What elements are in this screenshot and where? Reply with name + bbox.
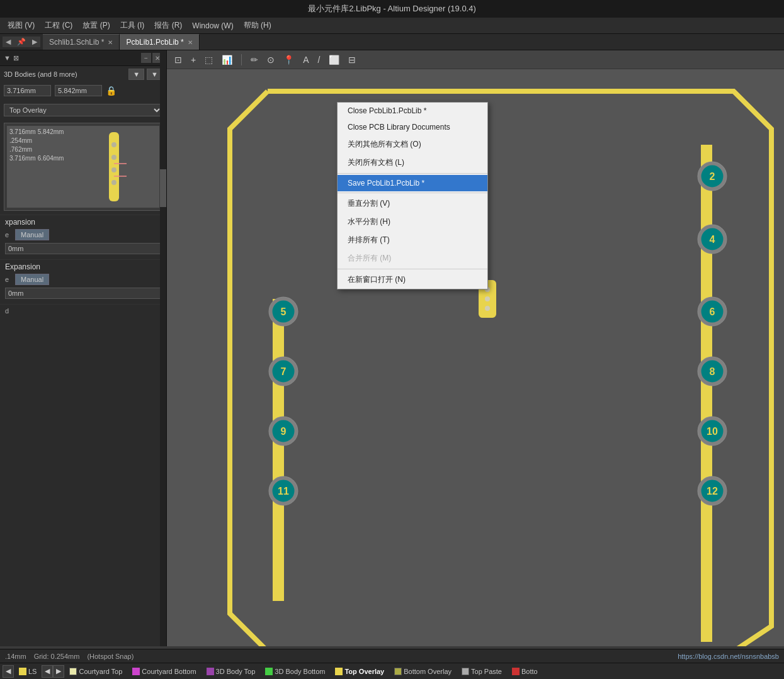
layer-tab-botto[interactable]: Botto bbox=[507, 666, 543, 676]
ctx-close-pcblib[interactable]: Close PcbLib1.PcbLib * bbox=[338, 103, 487, 119]
panel-title-label: ▼ bbox=[4, 54, 11, 62]
exp-label-1: e bbox=[5, 231, 11, 238]
tab-pcblib-close[interactable]: ✕ bbox=[188, 39, 193, 46]
ctx-split-horizontal[interactable]: 水平分割 (H) bbox=[338, 213, 487, 231]
svg-text:2: 2 bbox=[710, 171, 715, 182]
expansion-val-input-1[interactable] bbox=[5, 243, 161, 254]
preview-prop-762: .762mm bbox=[9, 146, 61, 153]
layer-tab-3d-body-bottom[interactable]: 3D Body Bottom bbox=[260, 666, 330, 676]
svg-text:10: 10 bbox=[707, 426, 718, 437]
expansion-section-2: Expansion e Manual bbox=[0, 259, 166, 304]
ctx-separator-3 bbox=[338, 269, 487, 269]
layer-tab-ls[interactable]: LS bbox=[14, 666, 42, 676]
layer-nav-next[interactable]: ▶ bbox=[53, 665, 64, 678]
menu-view[interactable]: 视图 (V) bbox=[3, 19, 40, 32]
layer-swatch-3bb bbox=[265, 668, 273, 675]
layer-tab-bottom-overlay[interactable]: Bottom Overlay bbox=[389, 666, 457, 676]
layer-nav-prev[interactable]: ◀ bbox=[42, 665, 53, 678]
layer-swatch-cb bbox=[132, 668, 140, 675]
toolbar-pin-btn[interactable]: 📍 bbox=[281, 53, 297, 66]
expansion-val-input-2[interactable] bbox=[5, 288, 161, 299]
svg-point-2 bbox=[111, 155, 116, 160]
menu-window[interactable]: Window (W) bbox=[187, 20, 238, 31]
svg-text:5: 5 bbox=[281, 306, 287, 317]
layer-tab-3d-body-top[interactable]: 3D Body Top bbox=[202, 666, 261, 676]
scrollbar-thumb[interactable] bbox=[160, 169, 166, 207]
prop-x-input[interactable] bbox=[4, 85, 51, 96]
hotspot-display: (Hotspot Snap) bbox=[87, 653, 134, 660]
ctx-separator-1 bbox=[338, 173, 487, 174]
layer-tab-courtyard-top[interactable]: Courtyard Top bbox=[64, 666, 127, 676]
ctx-split-vertical[interactable]: 垂直分割 (V) bbox=[338, 194, 487, 213]
menu-reports[interactable]: 报告 (R) bbox=[149, 19, 187, 32]
layer-swatch-bo bbox=[394, 668, 402, 675]
svg-text:9: 9 bbox=[281, 426, 287, 437]
layer-tab-top-overlay[interactable]: Top Overlay bbox=[330, 666, 389, 676]
layer-label-ct: Courtyard Top bbox=[79, 668, 122, 675]
tab-scroll-right[interactable]: ▶ bbox=[29, 36, 40, 47]
tab-pcblib-label: PcbLib1.PcbLib * bbox=[126, 38, 183, 47]
layer-swatch-3bt bbox=[207, 668, 214, 675]
toolbar-add-btn[interactable]: + bbox=[188, 53, 198, 66]
toolbar-select-btn[interactable]: ⬚ bbox=[202, 53, 215, 66]
tab-schlib-close[interactable]: ✕ bbox=[108, 39, 113, 46]
tab-pcblib[interactable]: PcbLib1.PcbLib * ✕ bbox=[120, 34, 199, 50]
filter-button[interactable]: ▼ bbox=[128, 69, 144, 80]
svg-point-4 bbox=[111, 180, 116, 185]
ctx-close-all[interactable]: 关闭所有文档 (L) bbox=[338, 154, 487, 172]
toolbar-pencil-btn[interactable]: ✏ bbox=[248, 53, 261, 66]
prop-y-input[interactable] bbox=[55, 85, 102, 96]
title-bar: 最小元件库2.LibPkg - Altium Designer (19.0.4) bbox=[0, 0, 784, 18]
ctx-tile-all[interactable]: 并排所有 (T) bbox=[338, 231, 487, 249]
layer-label-3bb: 3D Body Bottom bbox=[275, 668, 325, 675]
properties-section: 🔒 bbox=[0, 82, 166, 101]
menu-place[interactable]: 放置 (P) bbox=[77, 19, 115, 32]
panel-title-text: ⊠ bbox=[13, 54, 19, 62]
layer-swatch-botto bbox=[512, 668, 520, 675]
ctx-save-pcblib[interactable]: Save PcbLib1.PcbLib * bbox=[338, 175, 487, 191]
layer-tab-top-paste[interactable]: Top Paste bbox=[457, 666, 507, 676]
vertical-scrollbar[interactable] bbox=[160, 50, 166, 646]
toolbar-box-btn[interactable]: ⊟ bbox=[346, 53, 358, 66]
coords-display: .14mm bbox=[5, 653, 26, 660]
layer-nav-left[interactable]: ◀ bbox=[3, 665, 14, 678]
expansion-title-2: Expansion bbox=[5, 262, 161, 271]
pcb-toolbar: ⊡ + ⬚ 📊 ✏ ⊙ 📍 A / ⬜ ⊟ bbox=[167, 50, 784, 69]
toolbar-line-btn[interactable]: / bbox=[315, 53, 323, 66]
layer-select[interactable]: Top Overlay bbox=[4, 104, 162, 116]
panel-minimize-btn[interactable]: − bbox=[141, 53, 151, 63]
ctx-close-pcb-docs[interactable]: Close PCB Library Documents bbox=[338, 119, 487, 135]
toolbar-sep-1 bbox=[241, 54, 242, 65]
status-d: d bbox=[5, 307, 9, 315]
tab-scroll-left[interactable]: ◀ bbox=[3, 36, 14, 47]
svg-text:6: 6 bbox=[710, 306, 715, 317]
expansion-manual-btn-1[interactable]: Manual bbox=[15, 229, 49, 240]
ctx-open-new-window[interactable]: 在新窗口打开 (N) bbox=[338, 271, 487, 289]
toolbar-circle-btn[interactable]: ⊙ bbox=[264, 53, 277, 66]
toolbar-text-btn[interactable]: A bbox=[300, 53, 311, 66]
expansion-manual-btn-2[interactable]: Manual bbox=[15, 274, 49, 285]
lock-icon: 🔒 bbox=[106, 86, 116, 96]
layer-label-ls: LS bbox=[28, 668, 37, 675]
menu-tools[interactable]: 工具 (I) bbox=[115, 19, 150, 32]
tab-schlib[interactable]: Schlib1.SchLib * ✕ bbox=[43, 34, 120, 50]
svg-text:12: 12 bbox=[707, 486, 718, 497]
svg-text:4: 4 bbox=[710, 234, 715, 245]
toolbar-rect-btn[interactable]: ⬜ bbox=[326, 53, 342, 66]
toolbar-chart-btn[interactable]: 📊 bbox=[219, 53, 235, 66]
ctx-close-others[interactable]: 关闭其他所有文档 (O) bbox=[338, 135, 487, 154]
context-menu: Close PcbLib1.PcbLib * Close PCB Library… bbox=[337, 102, 488, 289]
grid-display: Grid: 0.254mm bbox=[34, 653, 80, 660]
layer-tab-courtyard-bottom[interactable]: Courtyard Bottom bbox=[127, 666, 201, 676]
menu-project[interactable]: 工程 (C) bbox=[40, 19, 77, 32]
tab-schlib-label: Schlib1.SchLib * bbox=[49, 38, 104, 47]
pcb-canvas: ⊡ + ⬚ 📊 ✏ ⊙ 📍 A / ⬜ ⊟ 2 bbox=[167, 50, 784, 646]
tab-pin[interactable]: 📌 bbox=[14, 36, 29, 47]
expansion-val-row-1 bbox=[5, 243, 161, 254]
ctx-separator-2 bbox=[338, 193, 487, 193]
layer-label-3bt: 3D Body Top bbox=[216, 668, 256, 675]
menu-help[interactable]: 帮助 (H) bbox=[239, 19, 276, 32]
expansion-row-1: e Manual bbox=[5, 229, 161, 240]
toolbar-filter-btn[interactable]: ⊡ bbox=[172, 53, 185, 66]
expansion-val-row-2 bbox=[5, 288, 161, 299]
